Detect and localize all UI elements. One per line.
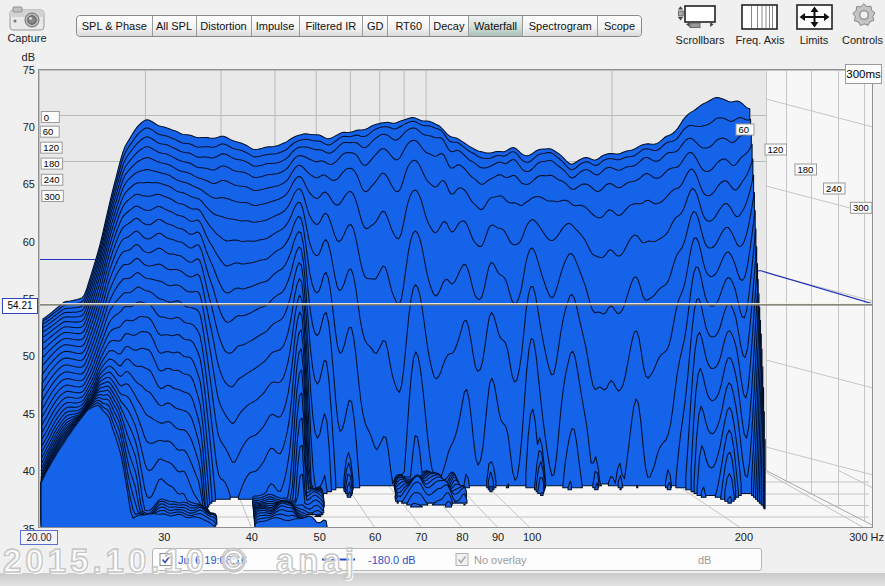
svg-text:60: 60	[43, 126, 54, 137]
svg-text:300: 300	[44, 191, 60, 202]
svg-text:240: 240	[44, 174, 60, 185]
svg-text:180: 180	[44, 158, 60, 169]
svg-text:180: 180	[798, 164, 814, 175]
svg-text:240: 240	[826, 183, 842, 194]
svg-text:dB: dB	[698, 554, 711, 566]
svg-text:-180.0 dB: -180.0 dB	[368, 554, 416, 566]
svg-text:300: 300	[853, 202, 869, 213]
svg-text:60: 60	[739, 124, 750, 135]
svg-text:0: 0	[44, 112, 49, 123]
svg-text:120: 120	[768, 144, 784, 155]
svg-text:120: 120	[43, 142, 59, 153]
svg-text:No overlay: No overlay	[474, 554, 527, 566]
